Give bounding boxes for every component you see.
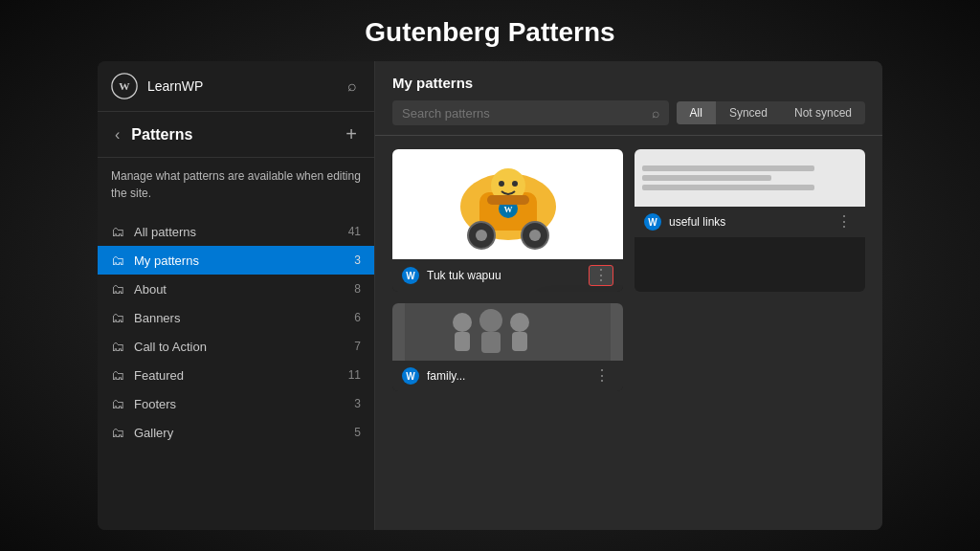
svg-text:W: W bbox=[503, 205, 512, 214]
tab-all[interactable]: All bbox=[677, 101, 716, 124]
svg-point-18 bbox=[479, 309, 502, 332]
wp-logo-icon: W bbox=[644, 213, 661, 231]
patterns-nav: ‹ Patterns + bbox=[98, 112, 374, 158]
svg-point-6 bbox=[499, 181, 504, 187]
sidebar-item-count: 5 bbox=[354, 426, 361, 439]
sidebar-item-label: Call to Action bbox=[134, 340, 354, 354]
content-header: My patterns ⌕ All Synced Not synced bbox=[375, 61, 882, 136]
tab-not-synced[interactable]: Not synced bbox=[781, 101, 865, 124]
sidebar-item-label: Footers bbox=[134, 397, 354, 411]
pattern-card-useful-links: W useful links ⋮ bbox=[635, 149, 865, 292]
family-thumbnail bbox=[392, 303, 623, 361]
page-title: Gutenberg Patterns bbox=[0, 0, 980, 61]
family-footer: W family... ⋮ bbox=[392, 361, 623, 391]
folder-icon: 🗂 bbox=[111, 224, 124, 239]
useful-links-footer: W useful links ⋮ bbox=[635, 207, 865, 237]
tuk-pattern-footer: W Tuk tuk wapuu ⋮ Rename Duplicate Expor… bbox=[392, 259, 623, 292]
main-content: My patterns ⌕ All Synced Not synced bbox=[375, 61, 882, 530]
search-box: ⌕ bbox=[392, 100, 669, 125]
svg-point-11 bbox=[476, 230, 487, 241]
sidebar-item-label: About bbox=[134, 282, 354, 297]
sidebar-item-gallery[interactable]: 🗂 Gallery 5 bbox=[98, 418, 374, 447]
sidebar-item-featured[interactable]: 🗂 Featured 11 bbox=[98, 361, 374, 389]
sidebar-item-label: All patterns bbox=[134, 225, 348, 239]
sidebar-item-count: 7 bbox=[354, 340, 361, 353]
sidebar-item-count: 3 bbox=[354, 253, 361, 267]
search-input[interactable] bbox=[402, 106, 652, 121]
pattern-menu-button-useful-links[interactable]: ⋮ bbox=[833, 212, 856, 231]
sidebar-item-footers[interactable]: 🗂 Footers 3 bbox=[98, 389, 374, 418]
preview-line bbox=[642, 175, 771, 181]
svg-rect-17 bbox=[455, 332, 470, 351]
pattern-name: Tuk tuk wapuu bbox=[427, 269, 589, 282]
tuk-image: W bbox=[422, 149, 594, 259]
sidebar-item-about[interactable]: 🗂 About 8 bbox=[98, 275, 374, 303]
useful-links-preview bbox=[635, 149, 865, 207]
preview-line bbox=[642, 185, 814, 190]
add-pattern-button[interactable]: + bbox=[342, 121, 361, 147]
folder-icon: 🗂 bbox=[111, 367, 124, 383]
preview-line bbox=[642, 165, 814, 171]
content-title: My patterns bbox=[392, 75, 865, 91]
folder-icon: 🗂 bbox=[111, 425, 124, 440]
folder-icon: 🗂 bbox=[111, 253, 124, 268]
site-name: LearnWP bbox=[147, 78, 344, 94]
folder-icon: 🗂 bbox=[111, 396, 124, 411]
svg-text:W: W bbox=[119, 80, 130, 92]
family-image bbox=[405, 303, 611, 361]
sidebar-item-all-patterns[interactable]: 🗂 All patterns 41 bbox=[98, 217, 374, 246]
sidebar: W LearnWP ⌕ ‹ Patterns + Manage what pat… bbox=[98, 61, 375, 530]
search-icon: ⌕ bbox=[652, 105, 659, 121]
pattern-menu-button-tuk[interactable]: ⋮ bbox=[589, 265, 613, 286]
svg-point-13 bbox=[529, 230, 541, 241]
svg-rect-14 bbox=[487, 195, 529, 205]
sidebar-header: W LearnWP ⌕ bbox=[98, 61, 374, 112]
patterns-section-title: Patterns bbox=[131, 126, 342, 143]
pattern-card-tuk: W W Tuk tuk wapuu ⋮ bbox=[392, 149, 623, 292]
pattern-card-family: W family... ⋮ bbox=[392, 303, 623, 391]
filter-tabs: All Synced Not synced bbox=[677, 101, 865, 124]
svg-rect-21 bbox=[512, 332, 527, 351]
sidebar-item-label: Banners bbox=[134, 311, 354, 325]
svg-point-16 bbox=[453, 313, 472, 332]
sidebar-item-label: Featured bbox=[134, 368, 348, 383]
wp-logo-icon: W bbox=[402, 367, 419, 385]
sidebar-item-count: 3 bbox=[354, 397, 361, 410]
wp-logo-icon: W bbox=[402, 267, 419, 284]
sidebar-item-call-to-action[interactable]: 🗂 Call to Action 7 bbox=[98, 332, 374, 361]
sidebar-item-count: 6 bbox=[354, 311, 361, 324]
sidebar-item-count: 8 bbox=[354, 282, 361, 296]
main-container: W LearnWP ⌕ ‹ Patterns + Manage what pat… bbox=[98, 61, 882, 530]
svg-point-7 bbox=[512, 181, 518, 187]
sidebar-item-label: My patterns bbox=[134, 253, 354, 268]
useful-links-thumbnail bbox=[635, 149, 865, 207]
sidebar-search-button[interactable]: ⌕ bbox=[344, 74, 361, 99]
sidebar-item-count: 41 bbox=[348, 225, 361, 238]
pattern-name: family... bbox=[427, 369, 590, 383]
sidebar-item-my-patterns[interactable]: 🗂 My patterns 3 bbox=[98, 246, 374, 275]
tuk-thumbnail: W bbox=[392, 149, 623, 259]
sidebar-list: 🗂 All patterns 41 🗂 My patterns 3 🗂 Abou… bbox=[98, 211, 374, 530]
folder-icon: 🗂 bbox=[111, 310, 124, 325]
svg-rect-19 bbox=[481, 332, 501, 353]
svg-rect-15 bbox=[405, 303, 611, 361]
patterns-grid: W W Tuk tuk wapuu ⋮ bbox=[375, 136, 882, 530]
pattern-name: useful links bbox=[669, 215, 833, 229]
filter-bar: ⌕ All Synced Not synced bbox=[392, 100, 865, 125]
sidebar-item-count: 11 bbox=[348, 368, 361, 382]
svg-point-20 bbox=[510, 313, 529, 332]
back-button[interactable]: ‹ bbox=[111, 124, 123, 145]
wp-logo-icon: W bbox=[111, 73, 138, 99]
sidebar-item-label: Gallery bbox=[134, 426, 354, 440]
pattern-menu-button-family[interactable]: ⋮ bbox=[590, 366, 613, 386]
sidebar-item-banners[interactable]: 🗂 Banners 6 bbox=[98, 303, 374, 332]
folder-icon: 🗂 bbox=[111, 339, 124, 354]
sidebar-description: Manage what patterns are available when … bbox=[98, 158, 374, 211]
tab-synced[interactable]: Synced bbox=[716, 101, 781, 124]
folder-icon: 🗂 bbox=[111, 281, 124, 297]
